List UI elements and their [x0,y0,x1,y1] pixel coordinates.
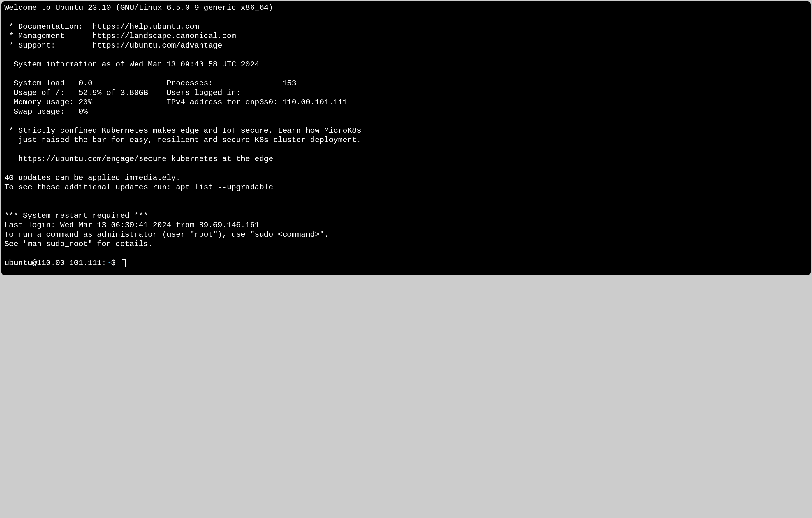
promo-line-2: just raised the bar for easy, resilient … [4,135,808,145]
blank-line [4,164,808,173]
blank-line [4,117,808,126]
sysinfo-row-swap: Swap usage: 0% [4,107,808,117]
sudo-hint-2: See "man sudo_root" for details. [4,240,808,249]
shell-prompt[interactable]: ubuntu@110.00.101.111:~$ [4,258,808,268]
prompt-user-host: ubuntu@110.00.101.111: [4,258,106,268]
motd-support-link: * Support: https://ubuntu.com/advantage [4,41,808,51]
sysinfo-row-usage-users: Usage of /: 52.9% of 3.80GB Users logged… [4,88,808,98]
motd-mgmt-link: * Management: https://landscape.canonica… [4,31,808,41]
prompt-tilde: ~ [106,258,111,268]
motd-welcome: Welcome to Ubuntu 23.10 (GNU/Linux 6.5.0… [4,3,808,12]
sysinfo-row-load-processes: System load: 0.0 Processes: 153 [4,79,808,88]
blank-line [4,192,808,202]
blank-line [4,69,808,79]
blank-line [4,249,808,258]
promo-link: https://ubuntu.com/engage/secure-kuberne… [4,154,808,164]
promo-line-1: * Strictly confined Kubernetes makes edg… [4,126,808,135]
motd-doc-link: * Documentation: https://help.ubuntu.com [4,22,808,31]
cursor-icon [122,259,126,267]
blank-line [4,12,808,22]
restart-required: *** System restart required *** [4,211,808,220]
last-login: Last login: Wed Mar 13 06:30:41 2024 fro… [4,220,808,230]
sysinfo-header: System information as of Wed Mar 13 09:4… [4,60,808,69]
updates-hint: To see these additional updates run: apt… [4,183,808,192]
sudo-hint-1: To run a command as administrator (user … [4,230,808,240]
blank-line [4,51,808,60]
terminal-window[interactable]: Welcome to Ubuntu 23.10 (GNU/Linux 6.5.0… [1,1,811,275]
blank-line [4,145,808,154]
sysinfo-row-memory-ipv4: Memory usage: 20% IPv4 address for enp3s… [4,98,808,107]
blank-line [4,202,808,211]
updates-count: 40 updates can be applied immediately. [4,173,808,183]
prompt-dollar: $ [111,258,120,268]
